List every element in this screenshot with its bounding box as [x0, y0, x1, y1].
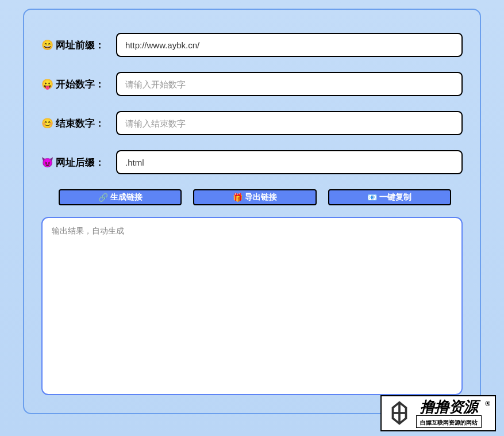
- url-suffix-row: 😈 网址后缀：: [41, 150, 463, 174]
- watermark-sub-wrap: 白嫖互联网资源的网站: [416, 415, 482, 428]
- watermark-badge: 撸撸资源 白嫖互联网资源的网站 ®: [380, 395, 496, 431]
- end-number-label: 😊 结束数字：: [41, 117, 109, 130]
- url-suffix-label-text: 网址后缀：: [56, 156, 105, 169]
- url-prefix-row: 😄 网址前缀：: [41, 33, 463, 57]
- output-textarea[interactable]: [41, 217, 463, 395]
- link-icon: 🔗: [98, 193, 108, 202]
- smile-emoji-icon: 😄: [41, 39, 53, 51]
- end-number-label-text: 结束数字：: [56, 117, 105, 130]
- export-link-button[interactable]: 🎁 导出链接: [193, 189, 316, 205]
- mail-icon: 📧: [367, 193, 377, 202]
- generate-button-label: 生成链接: [110, 192, 143, 202]
- url-suffix-label: 😈 网址后缀：: [41, 156, 109, 169]
- registered-symbol: ®: [485, 400, 490, 408]
- watermark-logo-icon: [386, 400, 413, 426]
- copy-button-label: 一键复制: [379, 192, 411, 202]
- button-row: 🔗 生成链接 🎁 导出链接 📧 一键复制: [41, 189, 463, 205]
- url-prefix-label: 😄 网址前缀：: [41, 39, 109, 52]
- watermark-text: 撸撸资源 白嫖互联网资源的网站: [416, 399, 482, 428]
- export-button-label: 导出链接: [245, 192, 277, 202]
- devil-emoji-icon: 😈: [41, 156, 53, 169]
- url-prefix-input[interactable]: [116, 33, 463, 57]
- url-suffix-input[interactable]: [116, 150, 463, 174]
- tongue-emoji-icon: 😛: [41, 78, 53, 90]
- copy-button[interactable]: 📧 一键复制: [328, 189, 451, 205]
- start-number-row: 😛 开始数字：: [41, 72, 463, 96]
- end-number-row: 😊 结束数字：: [41, 111, 463, 135]
- watermark-main-text: 撸撸资源: [420, 399, 478, 415]
- main-panel: 😄 网址前缀： 😛 开始数字： 😊 结束数字： 😈 网址后缀： 🔗 生成链接: [23, 9, 481, 414]
- start-number-label-text: 开始数字：: [56, 78, 105, 91]
- end-number-input[interactable]: [116, 111, 463, 135]
- url-prefix-label-text: 网址前缀：: [56, 39, 105, 52]
- blush-emoji-icon: 😊: [41, 117, 53, 129]
- gift-icon: 🎁: [233, 193, 243, 202]
- generate-link-button[interactable]: 🔗 生成链接: [59, 189, 182, 205]
- start-number-input[interactable]: [116, 72, 463, 96]
- start-number-label: 😛 开始数字：: [41, 78, 109, 91]
- watermark-sub-text: 白嫖互联网资源的网站: [420, 419, 478, 426]
